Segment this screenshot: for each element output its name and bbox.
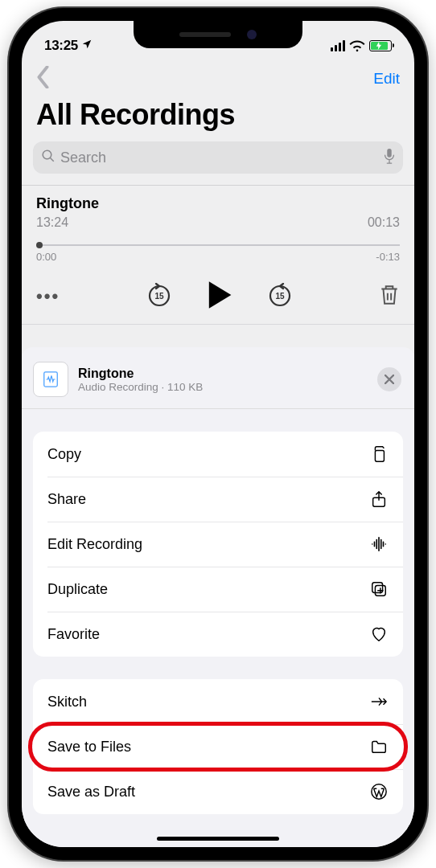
action-skitch[interactable]: Skitch — [33, 679, 403, 724]
skip-back-15-button[interactable]: 15 — [147, 283, 171, 310]
action-label: Skitch — [47, 694, 87, 710]
svg-rect-6 — [375, 450, 384, 461]
page-title: All Recordings — [22, 95, 414, 141]
skitch-arrow-icon — [369, 692, 389, 711]
svg-text:15: 15 — [154, 292, 164, 301]
search-field[interactable]: Search — [33, 141, 403, 174]
action-label: Share — [47, 491, 86, 508]
action-favorite[interactable]: Favorite — [33, 612, 403, 657]
share-file-name: Ringtone — [78, 366, 368, 381]
action-label: Favorite — [47, 626, 100, 643]
share-file-subtitle: Audio Recording · 110 KB — [78, 381, 368, 393]
recording-title: Ringtone — [36, 195, 400, 212]
scrub-start: 0:00 — [36, 251, 56, 263]
file-thumbnail-icon — [33, 362, 68, 397]
delete-button[interactable] — [379, 284, 400, 309]
action-copy[interactable]: Copy — [33, 432, 403, 477]
edit-button[interactable]: Edit — [373, 70, 400, 88]
dictate-icon[interactable] — [384, 148, 395, 167]
action-save-as-draft[interactable]: Save as Draft — [33, 769, 403, 814]
battery-icon — [369, 40, 392, 51]
location-icon — [81, 38, 93, 54]
home-indicator[interactable] — [157, 837, 279, 841]
action-save-to-files[interactable]: Save to Files — [33, 724, 403, 769]
search-icon — [41, 149, 56, 166]
wifi-icon — [349, 40, 365, 51]
close-button[interactable] — [377, 367, 401, 391]
svg-text:15: 15 — [275, 292, 285, 301]
action-label: Copy — [47, 446, 81, 463]
wordpress-icon — [369, 782, 389, 801]
play-button[interactable] — [207, 280, 232, 313]
share-icon — [369, 489, 389, 509]
skip-forward-15-button[interactable]: 15 — [268, 283, 292, 310]
action-edit-recording[interactable]: Edit Recording — [33, 522, 403, 567]
folder-icon — [369, 737, 389, 756]
scrubber[interactable]: 0:00 -0:13 — [36, 244, 400, 263]
scrub-end: -0:13 — [376, 251, 400, 263]
search-placeholder: Search — [60, 149, 379, 166]
action-label: Save as Draft — [47, 784, 135, 800]
action-label: Edit Recording — [47, 536, 142, 553]
copy-icon — [369, 444, 389, 464]
more-button[interactable]: ••• — [36, 286, 60, 307]
recording-timestamp: 13:24 — [36, 215, 68, 230]
waveform-icon — [369, 534, 389, 554]
cellular-icon — [331, 40, 345, 51]
action-share[interactable]: Share — [33, 477, 403, 522]
action-label: Save to Files — [47, 739, 131, 755]
duplicate-icon — [369, 579, 389, 599]
back-button[interactable] — [36, 66, 50, 92]
heart-icon — [369, 624, 389, 644]
recording-duration: 00:13 — [368, 215, 400, 230]
svg-rect-9 — [372, 583, 383, 593]
status-time: 13:25 — [44, 38, 78, 54]
action-duplicate[interactable]: Duplicate — [33, 567, 403, 612]
svg-rect-0 — [387, 149, 391, 158]
action-label: Duplicate — [47, 581, 108, 598]
